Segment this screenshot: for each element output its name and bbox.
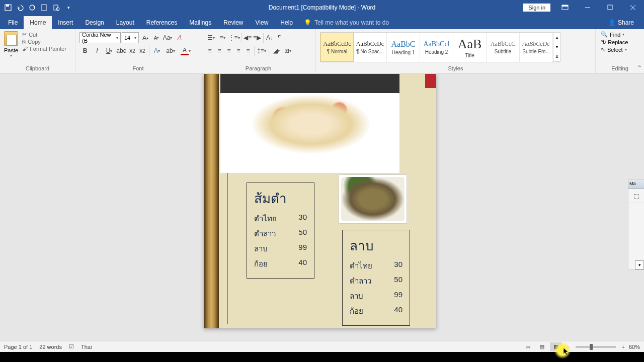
newdoc-icon[interactable]	[40, 4, 48, 12]
bold-button[interactable]: B	[79, 45, 91, 56]
decrease-indent-icon[interactable]: ◀≡	[243, 32, 252, 43]
zoom-in-icon[interactable]: +	[620, 344, 627, 350]
menu-review[interactable]: Review	[217, 16, 249, 29]
sort-icon[interactable]: A↓	[265, 32, 274, 43]
find-button[interactable]: 🔍Find▾	[601, 31, 628, 38]
justify-icon[interactable]: ≡	[234, 45, 243, 56]
side-panel-title[interactable]: Ma	[628, 180, 644, 189]
shading-icon[interactable]: ◢▾	[271, 45, 282, 56]
read-mode-icon[interactable]: ▭	[522, 342, 534, 351]
copy-button[interactable]: ⎘Copy	[22, 39, 66, 45]
zoom-out-icon[interactable]: −	[564, 344, 571, 350]
font-name-combo[interactable]: Cordia New (B▾	[79, 32, 121, 43]
menu-layout[interactable]: Layout	[110, 16, 140, 29]
ribbon-display-icon[interactable]	[553, 0, 576, 15]
grow-font-icon[interactable]: A▴	[140, 32, 151, 43]
menu-design[interactable]: Design	[79, 16, 110, 29]
style-heading1[interactable]: AaBbCHeading 1	[387, 33, 420, 62]
style-nospacing[interactable]: AaBbCcDc¶ No Spac...	[354, 33, 387, 62]
underline-button[interactable]: U▾	[104, 45, 115, 56]
format-painter-button[interactable]: 🖌Format Painter	[22, 46, 66, 52]
replace-button[interactable]: ᵃbReplace	[601, 39, 628, 45]
spellcheck-icon[interactable]: ☑	[69, 343, 74, 350]
select-button[interactable]: ↖Select▾	[601, 46, 628, 53]
highlight-color-button[interactable]: ab▾	[164, 45, 178, 56]
menu-help[interactable]: Help	[274, 16, 299, 29]
list-item: ก้อย40	[254, 258, 307, 270]
save-icon[interactable]	[4, 4, 12, 12]
clear-format-icon[interactable]: A	[174, 32, 185, 43]
minimize-icon[interactable]	[576, 0, 599, 15]
chevron-down-icon[interactable]: ▾	[635, 260, 644, 269]
font-color-button[interactable]: A▾	[179, 45, 193, 56]
align-right-icon[interactable]: ≡	[224, 45, 233, 56]
align-left-icon[interactable]: ≡	[205, 45, 214, 56]
menu-mailings[interactable]: Mailings	[183, 16, 217, 29]
word-count[interactable]: 22 words	[39, 344, 62, 350]
styles-up-icon[interactable]: ▴	[553, 33, 560, 42]
cut-button[interactable]: ✂Cut	[22, 31, 66, 38]
signin-button[interactable]: Sign in	[523, 4, 550, 12]
show-marks-icon[interactable]: ¶	[275, 32, 284, 43]
menu-box-2[interactable]: ลาบ ตำไทย30 ตำลาว50 ลาบ99 ก้อย40	[342, 230, 410, 326]
clipboard-icon	[4, 31, 18, 46]
numbering-icon[interactable]: ≡▾	[217, 32, 228, 43]
style-subtleem[interactable]: AaBbCcDcSubtle Em...	[520, 33, 553, 62]
text-effects-icon[interactable]: A▾	[151, 45, 163, 56]
list-item: ตำไทย30	[350, 260, 403, 272]
increase-indent-icon[interactable]: ≡▶	[253, 32, 262, 43]
style-heading2[interactable]: AaBbCclHeading 2	[420, 33, 453, 62]
ribbon: Paste ▾ ✂Cut ⎘Copy 🖌Format Painter Clipb…	[0, 29, 644, 74]
styles-gallery[interactable]: AaBbCcDc¶ Normal AaBbCcDc¶ No Spac... Aa…	[320, 32, 560, 62]
menu-references[interactable]: References	[140, 16, 183, 29]
paste-label: Paste	[4, 47, 18, 53]
change-case-icon[interactable]: Aa▾	[162, 32, 173, 43]
menu-insert[interactable]: Insert	[52, 16, 79, 29]
styles-down-icon[interactable]: ▾	[553, 42, 560, 52]
font-size-combo[interactable]: 14▾	[122, 32, 139, 43]
hero-image[interactable]	[220, 74, 399, 173]
language-indicator[interactable]: Thai	[81, 344, 92, 350]
superscript-button[interactable]: x2	[138, 45, 147, 56]
menu-view[interactable]: View	[250, 16, 275, 29]
page-indicator[interactable]: Page 1 of 1	[4, 344, 32, 350]
list-item: ตำไทย30	[254, 213, 307, 225]
collapse-ribbon-icon[interactable]: ⌃	[637, 64, 642, 71]
secondary-image[interactable]	[339, 174, 407, 224]
multilevel-icon[interactable]: ⋮≡▾	[228, 32, 239, 43]
menu-file[interactable]: File	[2, 16, 24, 29]
tell-me-search[interactable]: 💡 Tell me what you want to do	[299, 16, 394, 29]
paste-button[interactable]: Paste ▾	[2, 30, 20, 59]
share-button[interactable]: 👤 Share	[603, 16, 639, 29]
menu-box-1[interactable]: ส้มตำ ตำไทย30 ตำลาว50 ลาบ99 ก้อย40	[247, 183, 314, 279]
strike-button[interactable]: abc	[116, 45, 127, 56]
shrink-font-icon[interactable]: A▾	[152, 32, 161, 43]
distribute-icon[interactable]: ≡	[244, 45, 253, 56]
align-center-icon[interactable]: ≡	[215, 45, 224, 56]
zoom-value[interactable]: 60%	[629, 344, 640, 350]
zoom-slider[interactable]	[576, 346, 616, 348]
print-layout-icon[interactable]: ▤	[536, 342, 548, 351]
style-title[interactable]: AaBTitle	[453, 33, 487, 62]
side-panel-item[interactable]: ⬚	[628, 189, 644, 203]
close-icon[interactable]	[621, 0, 644, 15]
italic-button[interactable]: I	[92, 45, 103, 56]
brush-icon: 🖌	[22, 46, 28, 52]
print-preview-icon[interactable]	[52, 4, 60, 12]
subscript-button[interactable]: x2	[128, 45, 137, 56]
line-spacing-icon[interactable]: ‡≡▾	[256, 45, 267, 56]
list-item: ก้อย40	[350, 305, 403, 317]
maximize-icon[interactable]	[599, 0, 621, 15]
document-area[interactable]: ส้มตำ ตำไทย30 ตำลาว50 ลาบ99 ก้อย40 ลาบ ต…	[0, 74, 644, 341]
bullets-icon[interactable]: ☰▾	[205, 32, 216, 43]
styles-more-icon[interactable]: ⊻	[553, 52, 560, 62]
style-subtitle[interactable]: AaBbCcCSubtitle	[487, 33, 520, 62]
undo-icon[interactable]	[16, 4, 24, 12]
borders-icon[interactable]: ⊞▾	[282, 45, 293, 56]
redo-icon[interactable]	[28, 4, 36, 12]
qat-more-icon[interactable]: ▾	[64, 4, 72, 12]
style-normal[interactable]: AaBbCcDc¶ Normal	[320, 33, 354, 62]
web-layout-icon[interactable]: ▦	[550, 342, 562, 351]
svg-rect-1	[6, 5, 9, 7]
menu-home[interactable]: Home	[24, 16, 52, 29]
